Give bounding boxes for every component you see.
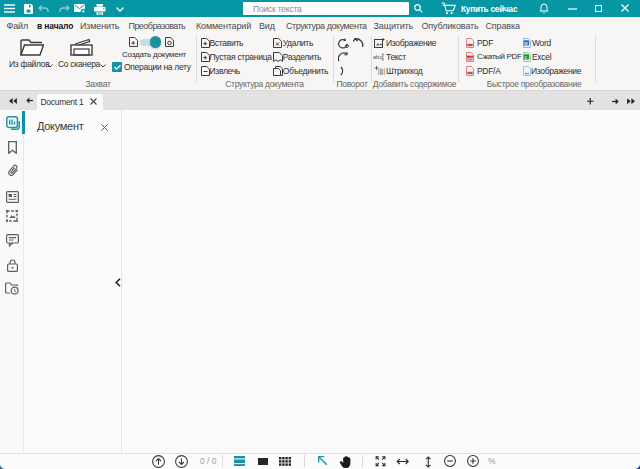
svg-text:abc: abc [373,54,382,60]
